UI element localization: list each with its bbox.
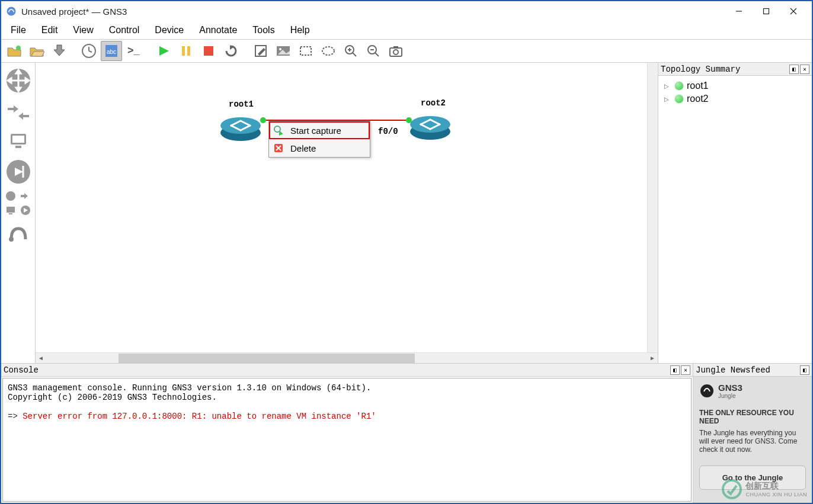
app-icon xyxy=(6,6,17,17)
go-to-jungle-button[interactable]: Go to the Jungle xyxy=(699,466,806,490)
menu-annotate[interactable]: Annotate xyxy=(192,23,244,38)
panel-title: Topology Summary xyxy=(661,65,788,74)
new-project-icon[interactable] xyxy=(4,41,25,61)
svg-point-54 xyxy=(9,237,14,242)
menu-edit[interactable]: Edit xyxy=(34,23,65,38)
context-item-label: Start capture xyxy=(290,126,341,136)
draw-ellipse-icon[interactable] xyxy=(318,41,339,61)
panel-float-icon[interactable]: ◧ xyxy=(789,65,799,74)
canvas-vertical-scrollbar[interactable] xyxy=(647,63,658,352)
titlebar: Unsaved project* — GNS3 xyxy=(1,0,812,21)
link-endpoint-dot xyxy=(406,117,412,123)
node-label-root2: root2 xyxy=(421,98,446,108)
svg-point-31 xyxy=(393,50,398,54)
end-devices-category-icon[interactable] xyxy=(5,128,31,154)
panel-header: Console ◧ ✕ xyxy=(1,364,693,377)
node-label-root1: root1 xyxy=(229,99,254,109)
snapshot-icon[interactable] xyxy=(78,41,100,61)
newsfeed-text: The Jungle has everything you will ever … xyxy=(699,429,806,454)
svg-rect-14 xyxy=(187,46,190,56)
context-item-label: Delete xyxy=(290,143,316,153)
newsfeed-body: GNS3 Jungle THE ONLY RESOURCE YOU NEED T… xyxy=(693,377,812,503)
svg-rect-51 xyxy=(9,213,12,214)
svg-point-22 xyxy=(322,47,334,55)
svg-text:>_: >_ xyxy=(127,44,140,56)
zoom-in-icon[interactable] xyxy=(340,41,361,61)
add-note-icon[interactable] xyxy=(250,41,271,61)
show-hide-interface-labels-icon[interactable]: abc xyxy=(101,41,122,61)
security-devices-category-icon[interactable] xyxy=(4,158,33,186)
context-delete[interactable]: Delete xyxy=(269,139,370,157)
svg-rect-50 xyxy=(7,207,15,213)
console-connect-icon[interactable]: >_ xyxy=(123,41,145,61)
switches-category-icon[interactable] xyxy=(5,98,31,124)
node-root2[interactable] xyxy=(409,108,452,150)
svg-rect-15 xyxy=(204,46,213,56)
svg-line-28 xyxy=(375,53,379,56)
scrollbar-thumb[interactable] xyxy=(119,354,415,363)
menu-view[interactable]: View xyxy=(66,23,100,38)
svg-point-73 xyxy=(700,384,713,397)
topology-canvas[interactable]: root1 root2 xyxy=(36,63,647,352)
save-project-icon[interactable] xyxy=(49,41,70,61)
maximize-button[interactable] xyxy=(753,2,780,21)
window-title: Unsaved project* — GNS3 xyxy=(21,7,725,17)
svg-rect-21 xyxy=(300,47,311,55)
scroll-right-icon[interactable]: ► xyxy=(647,353,658,364)
node-root1[interactable] xyxy=(219,109,262,152)
reload-all-icon[interactable] xyxy=(220,41,242,61)
device-toolbar xyxy=(1,63,36,363)
console-panel: Console ◧ ✕ GNS3 management console. Run… xyxy=(1,364,693,503)
canvas-wrapper: root1 root2 xyxy=(36,63,658,363)
svg-rect-2 xyxy=(764,9,769,14)
insert-image-icon[interactable] xyxy=(273,41,294,61)
menu-help[interactable]: Help xyxy=(283,23,317,38)
panel-header: Topology Summary ◧ ✕ xyxy=(658,63,812,76)
topology-summary-panel: Topology Summary ◧ ✕ ▷ root1 ▷ root2 xyxy=(658,63,812,363)
tree-node-root2[interactable]: ▷ root2 xyxy=(662,92,808,105)
context-start-capture[interactable]: Start capture xyxy=(269,121,370,139)
open-project-icon[interactable] xyxy=(26,41,47,61)
panel-float-icon[interactable]: ◧ xyxy=(670,365,680,375)
svg-line-24 xyxy=(353,53,356,56)
chevron-right-icon[interactable]: ▷ xyxy=(664,83,671,89)
menu-control[interactable]: Control xyxy=(102,23,147,38)
chevron-right-icon[interactable]: ▷ xyxy=(664,96,671,102)
svg-rect-32 xyxy=(393,46,398,49)
routers-category-icon[interactable] xyxy=(4,66,33,95)
panel-float-icon[interactable]: ◧ xyxy=(800,365,809,375)
menu-device[interactable]: Device xyxy=(148,23,191,38)
all-devices-category-icon[interactable] xyxy=(4,190,33,217)
pause-all-icon[interactable] xyxy=(175,41,197,61)
console-output[interactable]: GNS3 management console. Running GNS3 ve… xyxy=(2,378,692,502)
close-button[interactable] xyxy=(780,2,807,21)
tree-node-root1[interactable]: ▷ root1 xyxy=(662,79,808,92)
main-area: root1 root2 xyxy=(1,63,812,363)
svg-point-48 xyxy=(6,191,15,201)
search-play-icon xyxy=(273,124,284,136)
menu-tools[interactable]: Tools xyxy=(245,23,281,38)
add-link-icon[interactable] xyxy=(5,220,31,246)
scroll-left-icon[interactable]: ◄ xyxy=(36,353,46,364)
jungle-newsfeed-panel: Jungle Newsfeed ◧ GNS3 Jungle THE ONLY R… xyxy=(693,364,812,503)
minimize-button[interactable] xyxy=(725,2,753,21)
panel-header: Jungle Newsfeed ◧ xyxy=(693,364,812,377)
stop-all-icon[interactable] xyxy=(198,41,219,61)
window-controls xyxy=(725,2,807,21)
zoom-out-icon[interactable] xyxy=(363,41,384,61)
svg-point-0 xyxy=(7,7,16,16)
start-all-icon[interactable] xyxy=(153,41,174,61)
canvas-horizontal-scrollbar[interactable]: ◄ ► xyxy=(36,352,658,363)
panel-close-icon[interactable]: ✕ xyxy=(800,65,809,74)
menu-file[interactable]: File xyxy=(4,23,33,38)
brand-sub: Jungle xyxy=(718,393,742,399)
console-prompt: => xyxy=(8,412,18,421)
console-error-line: Server error from 127.0.0.1:8000: R1: un… xyxy=(23,412,376,421)
svg-marker-49 xyxy=(21,193,28,199)
draw-rectangle-icon[interactable] xyxy=(295,41,316,61)
screenshot-icon[interactable] xyxy=(385,41,406,61)
panel-title: Jungle Newsfeed xyxy=(696,365,799,375)
panel-close-icon[interactable]: ✕ xyxy=(681,365,690,375)
svg-marker-12 xyxy=(159,46,169,56)
svg-point-56 xyxy=(220,117,261,134)
